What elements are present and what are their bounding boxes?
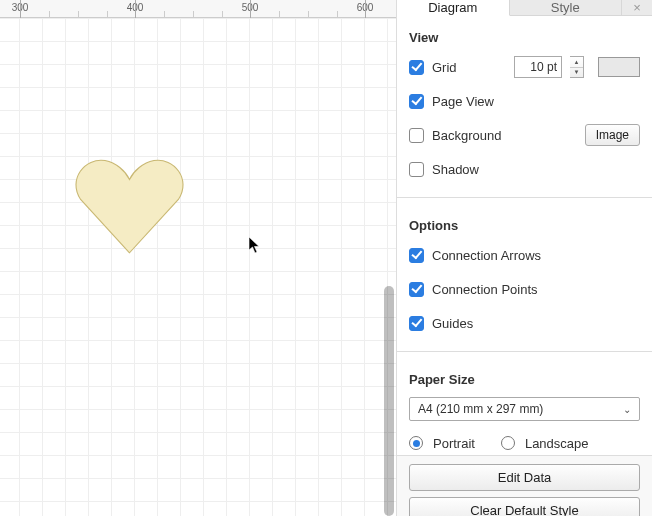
chevron-up-icon[interactable]: ▲ xyxy=(570,57,583,68)
close-icon[interactable]: × xyxy=(622,0,652,15)
background-checkbox[interactable] xyxy=(409,128,424,143)
page-view-checkbox[interactable] xyxy=(409,94,424,109)
heart-shape[interactable] xyxy=(72,155,187,255)
background-image-button[interactable]: Image xyxy=(585,124,640,146)
panel-tabs: Diagram Style × xyxy=(397,0,652,16)
grid-size-input[interactable]: 10 pt xyxy=(514,56,562,78)
connection-arrows-checkbox[interactable] xyxy=(409,248,424,263)
canvas-area[interactable]: 300 400 500 600 xyxy=(0,0,396,516)
section-title-paper-size: Paper Size xyxy=(409,372,640,387)
format-panel: Diagram Style × View Grid 10 pt ▲ ▼ Page… xyxy=(396,0,652,516)
clear-default-style-button[interactable]: Clear Default Style xyxy=(409,497,640,516)
connection-arrows-label: Connection Arrows xyxy=(432,248,541,263)
shadow-label: Shadow xyxy=(432,162,479,177)
tab-style[interactable]: Style xyxy=(510,0,623,15)
chevron-down-icon[interactable]: ▼ xyxy=(570,68,583,78)
grid-color-swatch[interactable] xyxy=(598,57,640,77)
page-view-label: Page View xyxy=(432,94,494,109)
edit-data-button[interactable]: Edit Data xyxy=(409,464,640,491)
connection-points-checkbox[interactable] xyxy=(409,282,424,297)
grid-label: Grid xyxy=(432,60,457,75)
paper-size-value: A4 (210 mm x 297 mm) xyxy=(418,402,543,416)
landscape-label: Landscape xyxy=(525,436,589,451)
section-title-options: Options xyxy=(409,218,640,233)
guides-label: Guides xyxy=(432,316,473,331)
section-title-view: View xyxy=(409,30,640,45)
shadow-checkbox[interactable] xyxy=(409,162,424,177)
chevron-down-icon: ⌄ xyxy=(623,404,631,415)
portrait-radio[interactable] xyxy=(409,436,423,450)
paper-size-select[interactable]: A4 (210 mm x 297 mm) ⌄ xyxy=(409,397,640,421)
divider xyxy=(397,351,652,352)
cursor-icon xyxy=(248,236,262,254)
tab-diagram[interactable]: Diagram xyxy=(397,0,510,16)
vertical-scrollbar-thumb[interactable] xyxy=(384,286,394,516)
divider xyxy=(397,197,652,198)
landscape-radio[interactable] xyxy=(501,436,515,450)
grid-size-stepper[interactable]: ▲ ▼ xyxy=(570,56,584,78)
background-label: Background xyxy=(432,128,501,143)
canvas-grid[interactable] xyxy=(0,18,396,516)
ruler-horizontal: 300 400 500 600 xyxy=(0,0,396,18)
portrait-label: Portrait xyxy=(433,436,475,451)
connection-points-label: Connection Points xyxy=(432,282,538,297)
grid-checkbox[interactable] xyxy=(409,60,424,75)
guides-checkbox[interactable] xyxy=(409,316,424,331)
